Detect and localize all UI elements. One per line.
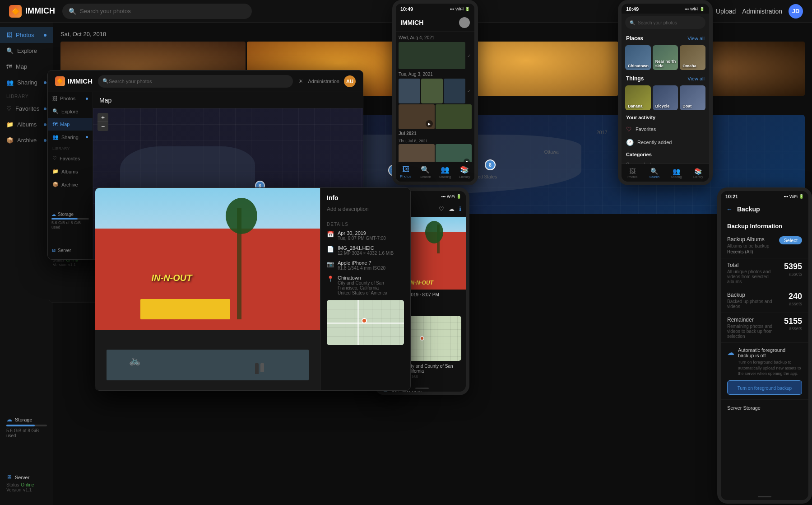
sidebar-item-map[interactable]: 🗺 Map — [0, 59, 53, 75]
ov-sidebar-explore[interactable]: 🔍 Explore — [48, 105, 93, 118]
map-cluster-3[interactable]: 8 — [485, 159, 496, 170]
mob3-signal: ▪▪▪ — [441, 194, 445, 199]
ov-sharing-badge — [86, 136, 88, 138]
mob4-remainder-label: Remainder — [727, 317, 784, 323]
mob2-places-view-all[interactable]: View all — [687, 36, 705, 41]
mob4-backup-value: 240 — [789, 292, 802, 301]
mob4-auto-backup-row: ☁ Automatic foreground backup is off Tur… — [721, 343, 808, 400]
ov-sidebar-map[interactable]: 🗺 Map — [48, 118, 93, 131]
mob1-nav-library-icon: 📚 — [460, 165, 469, 174]
mob4-server-storage: Server Storage — [721, 400, 808, 415]
mob3-info-icon[interactable]: ℹ — [459, 206, 461, 212]
sidebar-item-favorites[interactable]: ♡ Favorites — [0, 101, 53, 117]
mob3-dimensions: 3024 × 4032 1.6 MiB — [392, 394, 425, 395]
mob2-things-view-all[interactable]: View all — [687, 76, 705, 81]
favorites-badge — [44, 108, 46, 110]
mob2-nav-sharing-icon: 👥 — [673, 168, 680, 175]
mob2-recent-label: Recently added — [637, 140, 672, 145]
mob1-date2: Tue, Aug 3, 2021 — [399, 70, 472, 79]
mob2-place-omaha[interactable]: Omaha — [680, 45, 705, 70]
main-search-bar[interactable]: 🔍 Search your photos — [62, 4, 252, 19]
mob2-favorites-row[interactable]: ♡ Favorites — [622, 123, 709, 136]
sidebar-item-sharing[interactable]: 👥 Sharing — [0, 75, 53, 90]
main-sidebar: 🖼 Photos 🔍 Explore 🗺 Map 👥 Sharing LIBRA… — [0, 23, 53, 505]
overlay-avatar[interactable]: AU — [344, 75, 356, 87]
mob2-place-northside[interactable]: Near north side — [653, 45, 678, 70]
ov-sidebar-photos[interactable]: 🖼 Photos — [48, 92, 93, 105]
mob4-auto-label: Automatic foreground backup is off — [738, 347, 802, 358]
overlay-search[interactable]: 🔍 Search your photos — [98, 75, 293, 88]
mob1-logo: IMMICH — [400, 19, 423, 26]
ov-zoom-in[interactable]: + — [97, 113, 108, 122]
mob2-nav-sharing[interactable]: 👥 Sharing — [665, 164, 687, 182]
mob3-heart-icon[interactable]: ♡ — [439, 206, 444, 212]
ov-favorites[interactable]: ♡ Favorites — [48, 152, 93, 165]
mob1-nav-photos[interactable]: 🖼 Photos — [396, 162, 416, 182]
mob1-nav-search[interactable]: 🔍 Search — [416, 162, 436, 182]
info-fileinfo: 12 MP 3024 × 4032 1.6 MiB — [338, 251, 394, 256]
mob1-thumb-5[interactable]: ▶ — [399, 104, 435, 129]
mob4-wifi: WiFi — [789, 194, 798, 199]
mob1-nav-search-icon: 🔍 — [421, 165, 430, 174]
calendar-icon: 📅 — [327, 231, 334, 238]
mob1-avatar[interactable] — [459, 17, 470, 28]
mobile-4-backup: 10:21 ▪▪▪ WiFi 🔋 ← Backup Backup Informa… — [717, 187, 812, 504]
ov-storage-icon: ☁ — [51, 212, 56, 217]
mob1-nav-library[interactable]: 📚 Library — [455, 162, 475, 182]
mob4-status-bar: 10:21 ▪▪▪ WiFi 🔋 — [721, 191, 808, 201]
overlay-header: 🔶 IMMICH 🔍 Search your photos ☀ Administ… — [48, 70, 363, 92]
mob1-thumb-3[interactable] — [421, 79, 443, 103]
mob1-thumb-6[interactable] — [436, 104, 472, 129]
mob2-recent-row[interactable]: 🕐 Recently added — [622, 136, 709, 149]
ov-zoom-out[interactable]: − — [97, 122, 108, 131]
mob2-thing-banana[interactable]: Banana — [625, 85, 651, 110]
ov-album-icon: 📁 — [52, 168, 59, 174]
mob2-things-title: Things — [626, 75, 644, 82]
mob4-remainder-row: Remainder Remaining photos and videos to… — [721, 313, 808, 343]
upload-button[interactable]: ↑ Upload — [710, 8, 736, 15]
search-placeholder: Search your photos — [80, 8, 131, 14]
file-icon: 📄 — [327, 246, 334, 252]
mob4-select-btn[interactable]: Select — [779, 236, 802, 244]
mob4-backup-row: Backup Backed up photos and videos 240 a… — [721, 288, 808, 313]
mob2-nav-photos[interactable]: 🖼 Photos — [622, 164, 644, 182]
mob2-thing-boat[interactable]: Boat — [680, 85, 705, 110]
mob1-feed: Wed, Aug 4, 2021 ✓ Tue, Aug 3, 2021 ✓ ▶ … — [396, 32, 474, 168]
mob1-time: 10:49 — [400, 6, 413, 12]
mob4-back[interactable]: ← — [726, 206, 733, 213]
camera-icon: 📷 — [327, 261, 334, 267]
sidebar-item-explore[interactable]: 🔍 Explore — [0, 43, 53, 59]
sidebar-item-photos[interactable]: 🖼 Photos — [0, 27, 53, 43]
mob1-thumb-2[interactable] — [399, 79, 420, 103]
mob1-thumb-4[interactable] — [444, 79, 465, 103]
location-icon: 📍 — [327, 276, 334, 282]
add-description[interactable]: Add a description — [327, 206, 404, 217]
sidebar-item-archive[interactable]: 📦 Archive — [0, 132, 53, 148]
mob3-cloud-icon[interactable]: ☁ — [449, 206, 455, 212]
map-year-label: 2017 — [596, 130, 607, 135]
mob2-search[interactable]: 🔍 Search your photos — [622, 14, 709, 32]
sidebar-item-albums[interactable]: 📁 Albums — [0, 117, 53, 132]
ov-archive[interactable]: 📦 Archive — [48, 178, 93, 191]
ov-albums[interactable]: 📁 Albums — [48, 165, 93, 178]
mob2-thing-bicycle[interactable]: Bicycle — [653, 85, 678, 110]
server-status: Status Online — [6, 482, 47, 487]
photo-detail-overlay: ← ⊞ ☁ ↻ ♡ 🗑 ⋯ ✕ Info — [95, 187, 411, 391]
storage-section: ☁ Storage 5.6 GiB of 8 GiB used — [0, 412, 53, 442]
mob1-thu-label: Thu, Jul 8, 2021 — [399, 138, 472, 144]
storage-used: 5.6 GiB of 8 GiB used — [6, 428, 47, 438]
admin-button[interactable]: Administration — [742, 8, 782, 15]
mob2-place-chinatown[interactable]: Chinatown — [625, 45, 651, 70]
server-icon: 🖥 — [6, 474, 12, 481]
mob3-map-pin — [420, 336, 424, 341]
mob4-turn-on-btn[interactable]: Turn on foreground backup — [727, 380, 802, 395]
mob2-nav-library[interactable]: 📚 Library — [687, 164, 710, 182]
mob3-status-icons: ▪▪▪ WiFi 🔋 — [441, 194, 461, 199]
ov-photos-badge — [86, 98, 88, 100]
ov-sidebar-sharing[interactable]: 👥 Sharing — [48, 131, 93, 144]
mob2-nav-search[interactable]: 🔍 Search — [644, 164, 666, 182]
mob1-nav-sharing[interactable]: 👥 Sharing — [435, 162, 455, 182]
user-avatar[interactable]: JD — [789, 4, 803, 19]
mob1-bottom-nav: 🖼 Photos 🔍 Search 👥 Sharing 📚 Library — [396, 162, 474, 182]
mob1-thumb-1[interactable] — [399, 42, 465, 69]
